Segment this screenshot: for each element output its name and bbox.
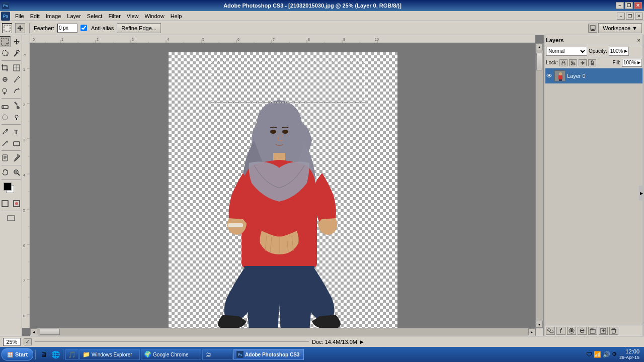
opacity-arrow-icon[interactable]: ▶ [624,49,627,53]
history-brush-tool[interactable] [11,85,22,97]
panel-resize-handle[interactable] [544,35,545,336]
path-selection-tool[interactable] [0,138,11,149]
taskbar-app-audio[interactable]: 🎵 [65,349,78,360]
blur-tool[interactable] [0,112,11,123]
ps-window-minimize[interactable]: − [617,13,625,20]
scrollbar-right-button[interactable]: ► [528,328,535,335]
new-adjustment-layer-btn[interactable] [578,327,587,335]
layer-visibility-icon[interactable]: 👁 [546,72,553,79]
layers-panel-close-btn[interactable]: × [636,37,642,43]
clone-stamp-tool[interactable] [0,85,11,97]
menu-image[interactable]: Image [43,12,64,20]
zoom-tool[interactable] [11,167,22,178]
panel-collapse-arrow[interactable]: ▶ [639,186,644,201]
canvas-area[interactable]: 0 1 2 3 4 5 6 7 8 9 10 [22,35,543,336]
foreground-color[interactable] [4,183,12,191]
screen-mode[interactable] [6,214,17,223]
taskbar-app-explorer[interactable]: 📁 Windows Explorer [79,349,140,360]
new-layer-btn[interactable] [599,327,608,335]
scrollbar-track-h[interactable] [37,328,528,336]
fill-control[interactable]: 100% ▶ [622,59,642,67]
ps-window-restore[interactable]: ❐ [626,13,634,20]
eraser-tool[interactable] [0,100,11,111]
zoom-confirm-icon[interactable]: ✓ [24,338,32,345]
refine-edge-button[interactable]: Refine Edge... [117,23,161,33]
horizontal-scrollbar[interactable]: ◄ ► [30,328,535,336]
layer-item[interactable]: 👁 Layer 0 [544,68,644,83]
link-layers-btn[interactable] [546,327,555,335]
close-button[interactable]: ✕ [634,2,642,9]
eyedropper-tool[interactable] [11,152,22,163]
layers-list[interactable]: 👁 Layer 0 [544,68,644,325]
workspace-button[interactable]: Workspace ▼ [598,23,642,33]
taskbar-app-folder[interactable]: 🗂 [202,349,232,360]
text-tool[interactable]: T [11,126,22,137]
scrollbar-thumb-v[interactable] [536,53,542,70]
add-layer-style-btn[interactable]: ƒ [556,327,566,335]
tray-icon-2[interactable]: 📶 [594,351,601,358]
standard-mode[interactable] [0,198,11,209]
brush-tool[interactable] [11,74,22,85]
lasso-tool[interactable]: ▼ [0,48,11,59]
menu-select[interactable]: Select [84,12,106,20]
dodge-tool[interactable] [11,112,22,123]
opacity-control[interactable]: 100% ▶ [609,47,629,56]
canvas-viewport[interactable] [30,43,535,328]
slice-tool[interactable] [11,62,22,73]
paint-bucket-tool[interactable] [11,100,22,111]
doc-info-arrow[interactable]: ▶ [360,339,364,344]
shape-tool[interactable] [11,138,22,149]
lock-position[interactable] [579,59,587,66]
pen-tool[interactable] [0,126,11,137]
menu-layer[interactable]: Layer [64,12,84,20]
quick-mask-mode[interactable] [11,198,22,209]
move-tool[interactable] [11,36,22,47]
scrollbar-left-button[interactable]: ◄ [30,328,37,335]
delete-layer-btn[interactable] [609,327,618,335]
notes-tool[interactable] [0,152,11,163]
vertical-scrollbar[interactable]: ▲ ▼ [535,43,543,328]
lock-all[interactable] [588,59,596,66]
scrollbar-track-v[interactable] [536,50,543,321]
antialias-checkbox[interactable] [80,25,87,31]
menu-help[interactable]: Help [168,12,185,20]
menu-edit[interactable]: Edit [27,12,43,20]
tray-volume-icon[interactable]: 🔊 [603,351,610,358]
new-group-btn[interactable] [588,327,597,335]
ie-icon[interactable]: 🌐 [50,349,61,360]
zoom-input[interactable] [3,338,21,346]
menu-file[interactable]: File [12,12,27,20]
scrollbar-up-button[interactable]: ▲ [536,43,543,50]
magic-wand-tool[interactable] [11,48,22,59]
lock-image-pixels[interactable] [569,59,577,66]
taskbar-clock[interactable]: 12:00 26-Apr-15 [618,348,640,360]
tray-icon-1[interactable]: 🛡 [586,351,592,358]
rectangular-marquee-tool[interactable] [2,23,12,33]
hand-tool[interactable] [0,167,11,178]
crop-tool[interactable] [0,62,11,73]
blend-mode-dropdown[interactable]: Normal Dissolve Multiply Screen Overlay [546,47,587,56]
menu-view[interactable]: View [124,12,142,20]
scrollbar-down-button[interactable]: ▼ [536,321,543,328]
lock-transparent-pixels[interactable] [559,59,568,66]
scrollbar-thumb-h[interactable] [40,329,60,335]
add-layer-mask-btn[interactable] [567,327,576,335]
move-tool[interactable] [15,23,25,33]
restore-button[interactable]: ❐ [625,2,633,9]
menu-bar: Ps File Edit Image Layer Select Filter V… [0,11,644,21]
marquee-tool[interactable]: ▼ [0,36,11,47]
minimize-button[interactable]: − [616,2,624,9]
menu-filter[interactable]: Filter [105,12,123,20]
ps-window-close[interactable]: ✕ [635,13,643,20]
svg-text:1: 1 [23,68,25,71]
lock-label: Lock: [546,60,558,65]
taskbar-app-chrome[interactable]: 🌍 Google Chrome [141,349,201,360]
fill-arrow-icon[interactable]: ▶ [637,60,640,65]
menu-window[interactable]: Window [142,12,168,20]
show-desktop-icon[interactable]: 🖥 [38,349,49,360]
feather-input[interactable] [57,24,77,33]
start-button[interactable]: 🪟 Start [2,348,33,360]
tray-icon-4[interactable]: ⚙ [612,351,617,357]
taskbar-app-photoshop[interactable]: Ps Adobe Photoshop CS3 [233,349,304,360]
healing-brush-tool[interactable] [0,74,11,85]
